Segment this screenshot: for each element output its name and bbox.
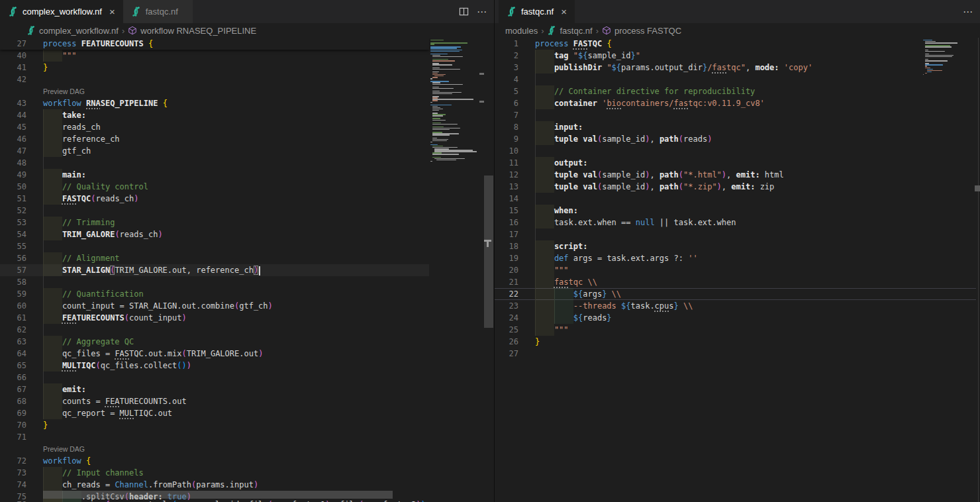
code-line-61[interactable]: 61FEATURECOUNTS(count_input) (0, 312, 429, 324)
code-line-59[interactable]: 59// Quantification (0, 288, 429, 300)
editor-right[interactable]: 1process FASTQC {2tag "${sample_id}"3pub… (495, 38, 980, 502)
overview-ruler-mark (975, 185, 980, 191)
code-line-69[interactable]: 69qc_report = MULTIQC.out (0, 407, 429, 419)
code-line-1[interactable]: 1process FASTQC { (495, 38, 976, 50)
code-line-62[interactable]: 62 (0, 324, 429, 336)
code-line-23[interactable]: 23--threads ${task.cpus} \\ (495, 300, 976, 312)
code-line-9[interactable]: 9tuple val(sample_id), path(reads) (495, 133, 976, 145)
code-line-25[interactable]: 25""" (495, 324, 976, 336)
code-line-71[interactable]: 71 (0, 431, 429, 443)
editor-left[interactable]: 40"""41}42Preview DAG43workflow RNASEQ_P… (0, 38, 494, 502)
minimap[interactable] (429, 38, 484, 502)
code-line-8[interactable]: 8input: (495, 121, 976, 133)
code-line-51[interactable]: 51FASTQC(reads_ch) (0, 193, 429, 205)
code-line-21[interactable]: 21fastqc \\ (495, 276, 976, 288)
horizontal-scrollbar-thumb[interactable] (43, 491, 393, 499)
code-line-7[interactable]: 7 (495, 109, 976, 121)
code-line-16[interactable]: 16task.ext.when == null || task.ext.when (495, 217, 976, 228)
codelens-preview-dag[interactable]: Preview DAG (0, 443, 429, 455)
code-line-6[interactable]: 6container 'biocontainers/fastqc:v0.11.9… (495, 97, 976, 109)
code-token: MUL (62, 361, 77, 370)
code-line-52[interactable]: 52 (0, 205, 429, 217)
minimap-line (430, 48, 457, 48)
code-line-64[interactable]: 64qc_files = FASTQC.out.mix(TRIM_GALORE.… (0, 348, 429, 360)
scrollbar-grip-stem[interactable] (487, 242, 489, 247)
close-icon[interactable]: × (109, 7, 115, 17)
code-token: FAS (62, 194, 77, 203)
code-line-14[interactable]: 14 (495, 193, 976, 205)
code-line-42[interactable]: 42 (0, 74, 429, 85)
code-line-55[interactable]: 55 (0, 240, 429, 252)
code-line-40[interactable]: 40""" (0, 50, 429, 62)
code-line-24[interactable]: 24${reads} (495, 312, 976, 324)
code-line-22[interactable]: 22${args} \\ (495, 288, 976, 300)
code-line-15[interactable]: 15when: (495, 205, 976, 217)
code-line-49[interactable]: 49main: (0, 169, 429, 181)
code-area[interactable]: 1process FASTQC {2tag "${sample_id}"3pub… (495, 38, 976, 360)
code-line-74[interactable]: 74ch_reads = Channel.fromPath(params.inp… (0, 479, 429, 491)
code-line-56[interactable]: 56// Alignment (0, 252, 429, 264)
code-line-4[interactable]: 4 (495, 74, 976, 85)
sticky-scroll-line[interactable]: 27process FEATURECOUNTS { (0, 38, 429, 50)
code-line-12[interactable]: 12tuple val(sample_id), path("*.html"), … (495, 169, 976, 181)
code-area[interactable]: 40"""41}42Preview DAG43workflow RNASEQ_P… (0, 50, 429, 502)
code-token (569, 39, 573, 48)
code-line-47[interactable]: 47gtf_ch (0, 145, 429, 157)
code-token: sample_id (588, 51, 631, 60)
code-line-3[interactable]: 3publishDir "${params.output_dir}/fastqc… (495, 62, 976, 74)
tab-complex_workflow-nf[interactable]: complex_workflow.nf× (0, 0, 123, 23)
code-line-76[interactable]: 76.map { row -> tuple(row.sample_id, fil… (0, 499, 429, 502)
code-line-53[interactable]: 53// Trimming (0, 217, 429, 228)
vertical-scrollbar-thumb[interactable] (484, 176, 493, 328)
code-line-10[interactable]: 10 (495, 145, 976, 157)
indent-guide-block (43, 133, 62, 145)
code-line-41[interactable]: 41} (0, 62, 429, 74)
code-line-18[interactable]: 18script: (495, 240, 976, 252)
minimap-line (432, 139, 448, 140)
code-line-58[interactable]: 58 (0, 276, 429, 288)
code-line-43[interactable]: 43workflow RNASEQ_PIPELINE { (0, 97, 429, 109)
breadcrumb-item[interactable]: workflow RNASEQ_PIPELINE (128, 26, 256, 36)
code-line-67[interactable]: 67emit: (0, 383, 429, 395)
code-line-45[interactable]: 45reads_ch (0, 121, 429, 133)
more-actions-icon[interactable]: ⋯ (477, 7, 487, 17)
code-line-73[interactable]: 73// Input channels (0, 467, 429, 479)
code-line-54[interactable]: 54TRIM_GALORE(reads_ch) (0, 228, 429, 240)
code-line-11[interactable]: 11output: (495, 157, 976, 169)
codelens-preview-dag[interactable]: Preview DAG (0, 85, 429, 97)
code-line-70[interactable]: 70} (0, 419, 429, 431)
codelens-link[interactable]: Preview DAG (43, 87, 85, 95)
code-line-44[interactable]: 44take: (0, 109, 429, 121)
code-line-48[interactable]: 48 (0, 157, 429, 169)
code-line-2[interactable]: 2tag "${sample_id}" (495, 50, 976, 62)
split-editor-icon[interactable] (459, 7, 469, 17)
code-line-60[interactable]: 60count_input = STAR_ALIGN.out.combine(g… (0, 300, 429, 312)
code-line-63[interactable]: 63// Aggregate QC (0, 336, 429, 348)
code-line-66[interactable]: 66 (0, 372, 429, 383)
breadcrumb-item[interactable]: process FASTQC (602, 26, 681, 36)
close-icon[interactable]: × (561, 7, 567, 17)
codelens-link[interactable]: Preview DAG (43, 445, 85, 453)
code-line-50[interactable]: 50// Quality control (0, 181, 429, 193)
code-line-13[interactable]: 13tuple val(sample_id), path("*.zip"), e… (495, 181, 976, 193)
minimap[interactable] (922, 38, 961, 117)
nextflow-icon (547, 26, 556, 35)
code-line-19[interactable]: 19def args = task.ext.args ?: '' (495, 252, 976, 264)
more-actions-icon[interactable]: ⋯ (963, 7, 973, 17)
code-line-27[interactable]: 27process FEATURECOUNTS { (0, 38, 429, 50)
breadcrumb-item[interactable]: complex_workflow.nf (26, 26, 119, 36)
code-line-17[interactable]: 17 (495, 228, 976, 240)
breadcrumb-item[interactable]: modules (505, 26, 538, 36)
breadcrumb-item[interactable]: fastqc.nf (547, 26, 592, 36)
tab-fastqc-nf[interactable]: fastqc.nf (123, 0, 193, 23)
code-line-26[interactable]: 26} (495, 336, 976, 348)
code-line-57[interactable]: 57STAR_ALIGN(TRIM_GALORE.out, reference_… (0, 264, 429, 276)
code-line-20[interactable]: 20""" (495, 264, 976, 276)
code-line-72[interactable]: 72workflow { (0, 455, 429, 467)
code-line-27[interactable]: 27 (495, 348, 976, 360)
code-line-68[interactable]: 68counts = FEATURECOUNTS.out (0, 395, 429, 407)
code-line-46[interactable]: 46reference_ch (0, 133, 429, 145)
code-line-65[interactable]: 65MULTIQC(qc_files.collect()) (0, 360, 429, 372)
code-line-5[interactable]: 5// Container directive for reproducibil… (495, 85, 976, 97)
tab-fastqc-nf[interactable]: fastqc.nf× (499, 0, 575, 23)
